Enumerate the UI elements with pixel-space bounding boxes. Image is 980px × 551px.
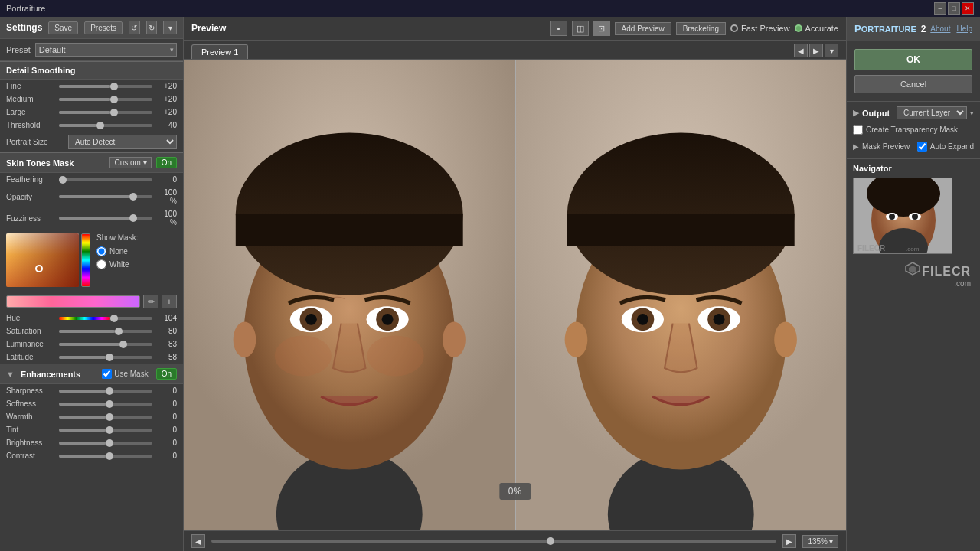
contrast-slider[interactable] [59,455,152,458]
navigator-svg: FILECR .com [854,178,952,254]
output-section: ▶ Output Current Layer ▾ Create Transpar… [847,101,980,158]
expand-button[interactable]: ▾ [163,21,177,34]
show-mask-none-label: None [109,247,128,256]
opacity-value: 100 % [155,188,177,205]
svg-text:.com: .com [906,246,920,253]
output-layer-select[interactable]: Current Layer [897,106,967,119]
create-mask-checkbox[interactable] [853,125,863,135]
preview-tab-1[interactable]: Preview 1 [191,44,248,59]
tab-menu-button[interactable]: ▾ [825,44,838,57]
zoom-thumb [547,537,554,545]
auto-expand-checkbox[interactable] [917,142,927,152]
presets-button[interactable]: Presets [84,21,122,34]
tint-slider[interactable] [59,429,152,432]
zoom-value[interactable]: 135% ▾ [802,535,838,548]
softness-slider[interactable] [59,403,152,406]
auto-expand-label: Auto Expand [930,142,974,151]
medium-slider[interactable] [59,98,152,101]
view-single-button[interactable]: ▪ [550,21,567,36]
save-button[interactable]: Save [48,21,78,34]
window-controls[interactable]: – □ ✕ [934,2,974,15]
output-label: Output [862,109,893,118]
hue-bar[interactable] [81,233,90,287]
maximize-button[interactable]: □ [948,2,960,15]
zoom-next-button[interactable]: ▶ [782,534,796,548]
svg-point-27 [713,314,724,325]
minimize-button[interactable]: – [934,2,946,15]
output-expand-icon[interactable]: ▶ [853,108,859,118]
mask-preview-icon[interactable]: ▶ [853,142,859,151]
bracketing-button[interactable]: Bracketing [676,22,726,35]
original-image [184,60,515,530]
help-link[interactable]: Help [956,24,972,33]
luminance-slider[interactable] [59,343,152,346]
fine-slider[interactable] [59,85,152,88]
cancel-button[interactable]: Cancel [854,75,972,93]
preview-tab-bar: Preview 1 ◀ ▶ ▾ [184,41,846,60]
output-dropdown-arrow[interactable]: ▾ [970,109,974,117]
sharpness-row: Sharpness 0 [0,384,183,397]
color-gradient-picker[interactable]: Skin Color Mask Luminance (0...100) [6,233,79,287]
navigator-thumbnail[interactable]: FILECR .com [853,178,952,254]
latitude-slider-row: Latitude 58 [0,350,183,364]
accurate-label: Accurate [805,24,838,33]
view-dual-button[interactable]: ⊡ [593,21,610,36]
zoom-slider[interactable] [211,540,776,543]
watermark-text: FILECR [922,265,971,279]
preset-select[interactable]: Default [35,43,177,57]
threshold-slider[interactable] [59,124,152,127]
show-mask-white[interactable]: White [96,259,138,269]
zoom-bar: ◀ ▶ 135% ▾ [184,530,846,551]
medium-label: Medium [6,95,56,103]
skin-mask-header: Skin Tones Mask Custom ▾ On [0,152,183,173]
skin-mask-toggle[interactable]: On [156,157,177,168]
enhancements-collapse[interactable]: ▼ [6,370,15,379]
tab-prev-button[interactable]: ◀ [794,44,808,57]
feathering-slider[interactable] [59,178,152,181]
redo-button[interactable]: ↻ [146,21,158,34]
accurate-radio[interactable] [795,24,802,32]
zoom-prev-button[interactable]: ◀ [191,534,205,548]
processed-image [515,60,847,530]
eyedropper-tool[interactable]: ✏ [143,295,158,308]
preview-canvas[interactable]: 0% [184,60,846,530]
svg-point-14 [368,336,424,377]
close-button[interactable]: ✕ [962,2,974,15]
hue-label: Hue [6,314,56,322]
about-link[interactable]: About [930,24,950,33]
create-mask-label: Create Transparency Mask [866,126,958,134]
portrait-size-label: Portrait Size [6,138,64,146]
luminance-value: 83 [155,340,177,348]
view-split-button[interactable]: ◫ [572,21,589,36]
opacity-slider[interactable] [59,195,152,198]
latitude-slider[interactable] [59,356,152,359]
ok-button[interactable]: OK [854,49,972,70]
undo-button[interactable]: ↺ [129,21,140,34]
use-mask-label[interactable]: Use Mask [102,369,148,379]
show-mask-label: Show Mask: [96,233,138,242]
face-svg-left [184,60,515,530]
show-mask-none[interactable]: None [96,246,138,256]
svg-point-13 [275,336,332,377]
sharpness-slider[interactable] [59,390,152,393]
brightness-slider[interactable] [59,442,152,445]
large-slider[interactable] [59,111,152,114]
skin-color-bar[interactable] [6,295,140,308]
enhancements-toggle[interactable]: On [156,368,177,380]
add-preview-button[interactable]: Add Preview [615,22,671,35]
hue-slider[interactable] [59,317,152,320]
softness-value: 0 [155,399,177,408]
saturation-slider[interactable] [59,330,152,333]
face-svg-right [515,60,847,530]
add-color-tool[interactable]: + [162,295,177,308]
skin-mask-custom-select[interactable]: Custom ▾ [109,157,151,168]
warmth-slider[interactable] [59,416,152,419]
tab-next-button[interactable]: ▶ [809,44,823,57]
fuzziness-slider[interactable] [59,217,152,220]
app-version: 2 [921,24,926,34]
fast-preview-radio[interactable] [730,24,738,32]
portrait-size-select[interactable]: Auto Detect [68,135,177,149]
medium-value: +20 [155,95,177,103]
use-mask-checkbox[interactable] [102,369,112,379]
mask-preview-row: ▶ Mask Preview Auto Expand [853,139,974,154]
